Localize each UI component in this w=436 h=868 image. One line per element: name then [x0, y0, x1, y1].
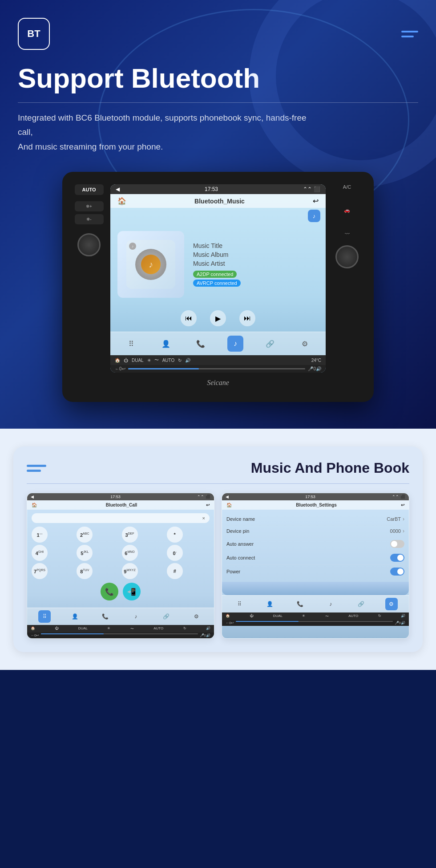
ms-screen-r: ⬛ [400, 495, 405, 499]
ms-music-icon[interactable]: ♪ [129, 610, 142, 623]
numpad-star[interactable]: * [167, 527, 183, 543]
ms-nav-title-r: Bluetooth_Settings [296, 503, 337, 507]
ms-back[interactable]: ↩ [206, 503, 210, 507]
back-arrow-icon: ◀ [116, 186, 120, 192]
hero-section: BT Support Bluetooth Integrated with BC6… [0, 0, 436, 429]
ms-back-r[interactable]: ↩ [401, 503, 404, 507]
answer-button[interactable]: 📲 [123, 583, 141, 600]
ms-settings-active-icon[interactable]: ⚙ [385, 598, 398, 610]
screen-status-bar: ◀ 17:53 ⌃⌃ ⬛ [110, 184, 326, 194]
prev-button[interactable]: ⏮ [181, 310, 197, 326]
signal-icon: ⌃⌃ [303, 186, 312, 192]
settings-icon[interactable]: ⚙ [297, 336, 313, 352]
ms-grid-icon-r[interactable]: ⠿ [233, 598, 246, 610]
sys-volume-icon[interactable]: 🔊 [185, 358, 190, 363]
bottom-section: Music And Phone Book ◀ 17:53 ⌃⌃ ⬛ 🏠 Blue… [0, 429, 436, 670]
numpad-3[interactable]: 3DEF [122, 527, 138, 543]
seicane-logo: Seicane [71, 376, 365, 389]
hamburger-menu[interactable] [401, 31, 418, 37]
screen-icon: ⬛ [314, 186, 320, 192]
ms-sys-settings: 🏠⏻DUAL✳〜AUTO↻🔊 [222, 612, 409, 620]
sys-auto-label: AUTO [162, 358, 175, 363]
settings-row-auto-answer: Auto answer [226, 537, 404, 551]
numpad-8[interactable]: 8TUV [77, 563, 93, 579]
ms-link-icon[interactable]: 🔗 [160, 610, 172, 623]
music-nav-icon[interactable]: ♪ [227, 336, 243, 352]
link-icon[interactable]: 🔗 [262, 336, 278, 352]
music-active-icon: ♪ [308, 210, 320, 222]
sys-power-icon[interactable]: ⏻ [124, 358, 128, 363]
progress-fill [128, 368, 199, 369]
play-button[interactable]: ▶ [210, 310, 226, 326]
auto-button[interactable]: AUTO [75, 184, 104, 195]
status-time: 17:53 [205, 186, 218, 192]
auto-answer-knob [391, 541, 397, 547]
fan-plus-btn[interactable]: ❄+ [75, 201, 104, 211]
car-screen: ◀ 17:53 ⌃⌃ ⬛ 🏠 Bluetooth_Music ↩ [110, 184, 326, 373]
defrost-icon: 🚗 [344, 207, 350, 213]
fan-minus-btn[interactable]: ❄- [75, 214, 104, 224]
screen-music-content: ♪ ♪ Music Title [110, 224, 326, 305]
ms-phone-icon[interactable]: 📞 [99, 610, 112, 623]
bottom-volume-right[interactable]: 🔊 [316, 366, 321, 371]
numpad-4[interactable]: 4GHI [32, 545, 48, 561]
contacts-icon[interactable]: 👤 [158, 336, 174, 352]
numpad-0[interactable]: 0- [167, 545, 183, 561]
numpad-2[interactable]: 2ABC [77, 527, 93, 543]
ms-home-icon[interactable]: 🏠 [32, 503, 37, 507]
ms-status-settings: ◀ 17:53 ⌃⌃ ⬛ [222, 493, 409, 500]
ms-back-icon-r: ◀ [226, 495, 229, 499]
hero-description: Integrated with BC6 Bluetooth module, su… [18, 111, 320, 154]
ms-home-icon-r[interactable]: 🏠 [226, 503, 232, 507]
bottom-return-icon: ↩ [122, 366, 125, 371]
settings-row-device-pin: Device pin 0000 › [226, 525, 404, 537]
home-icon[interactable]: 🏠 [117, 197, 126, 205]
numpad-6[interactable]: 6MNO [122, 545, 138, 561]
ms-screen: ⬛ [206, 495, 210, 499]
grid-icon[interactable]: ⠿ [123, 336, 139, 352]
music-artist: Music Artist [193, 260, 319, 267]
progress-bar[interactable] [128, 368, 306, 369]
phone-icon[interactable]: 📞 [193, 336, 209, 352]
chevron-device-name: › [403, 516, 404, 522]
numpad-1[interactable]: 1— [32, 527, 48, 543]
ms-time-r: 17:53 [305, 495, 315, 499]
ms-settings-icon[interactable]: ⚙ [190, 610, 203, 623]
bottom-back-icon[interactable]: ← [115, 366, 119, 371]
ms-signal: ⌃⌃ [197, 495, 204, 499]
ms-grid-icon[interactable]: ⠿ [38, 610, 51, 623]
auto-connect-toggle[interactable] [390, 554, 404, 562]
right-knob[interactable] [335, 245, 359, 268]
device-name-value: CarBT [387, 516, 401, 522]
power-toggle[interactable] [390, 568, 404, 576]
car-unit: AUTO ❄+ ❄- ◀ 17:53 ⌃⌃ ⬛ [62, 172, 374, 402]
auto-answer-toggle[interactable] [390, 540, 404, 548]
sys-home-icon[interactable]: 🏠 [115, 358, 120, 363]
next-button[interactable]: ⏭ [239, 310, 255, 326]
device-pin-value: 0000 [390, 528, 401, 534]
ms-input-clear[interactable]: × [202, 515, 205, 521]
sys-ac-icon: 〜 [154, 357, 159, 363]
numpad-7[interactable]: 7PQRS [32, 563, 48, 579]
numpad-hash[interactable]: # [167, 563, 183, 579]
ms-sys-call: 🏠⏻DUAL✳〜AUTO↻🔊 [27, 625, 214, 633]
ms-contacts-icon-r[interactable]: 👤 [263, 598, 276, 610]
numpad-5[interactable]: 5JKL [77, 545, 93, 561]
ms-link-icon-r[interactable]: 🔗 [355, 598, 367, 610]
settings-row-device-name: Device name CarBT › [226, 513, 404, 525]
left-knob[interactable] [77, 233, 101, 256]
bottom-card-title: Music And Phone Book [251, 460, 409, 476]
ms-nav-title: Bluetooth_Call [106, 503, 137, 507]
ms-input[interactable]: × [32, 513, 210, 523]
ms-contacts-icon[interactable]: 👤 [69, 610, 81, 623]
ms-phone-icon-r[interactable]: 📞 [294, 598, 307, 610]
car-controls-left: AUTO ❄+ ❄- [71, 184, 107, 373]
device-name-label: Device name [226, 516, 255, 522]
back-icon[interactable]: ↩ [313, 197, 319, 205]
ms-music-icon-r[interactable]: ♪ [324, 598, 337, 610]
call-button[interactable]: 📞 [101, 583, 118, 600]
hero-divider [18, 102, 418, 103]
ms-bot-settings: ←0↩ 🎤0🔊 [222, 620, 409, 626]
numpad-9[interactable]: 9WXYZ [122, 563, 138, 579]
bottom-card-header: Music And Phone Book [27, 460, 409, 476]
